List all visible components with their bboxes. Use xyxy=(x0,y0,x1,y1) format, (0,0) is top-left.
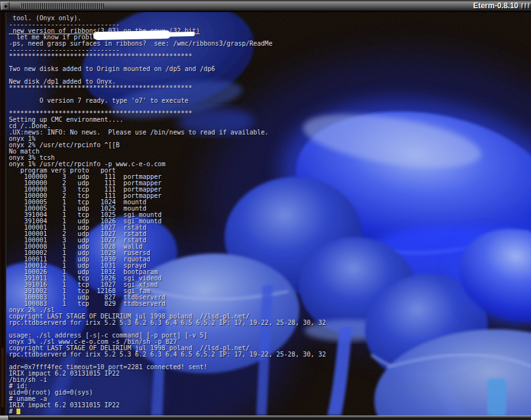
terminal-screen[interactable]: tool. (Onyx only).----------------------… xyxy=(6,12,531,416)
terminal-line: IRIX impact 6.2 03131015 IP22 xyxy=(9,402,326,409)
terminal-line: .UX:news: INFO: No news. Please use /bin… xyxy=(9,129,326,136)
terminal-line: # xyxy=(9,409,326,415)
text-cursor xyxy=(16,409,20,414)
scrollbar[interactable] xyxy=(0,12,6,416)
redacted-scribble xyxy=(93,30,171,41)
iconify-button[interactable] xyxy=(521,3,524,9)
terminal-line: Two new disks added to Origin mounted on… xyxy=(9,66,326,72)
terminal-output: tool. (Onyx only).----------------------… xyxy=(6,12,326,415)
maximize-button[interactable] xyxy=(525,3,527,9)
terminal-line: /bin/sh -i xyxy=(9,377,326,383)
terminal-line: No match xyxy=(9,148,326,155)
close-button[interactable] xyxy=(528,3,530,9)
terminal-line: ****************************************… xyxy=(9,53,326,60)
terminal-line: 100083 1 tcp 829 ttdbserverd xyxy=(9,301,326,307)
terminal-line: rpc.ttdbserverd for irix 5.2 5.3 6.2 6.3… xyxy=(9,320,326,326)
resize-corner[interactable] xyxy=(0,416,9,420)
terminal-line: onyx 2% /usr/etc/rpcinfo ^[[B xyxy=(9,142,326,148)
titlebar[interactable]: Eterm-0.8.10 xyxy=(0,0,531,12)
terminal-line: Setting up CMC environment.... xyxy=(9,117,326,123)
window-title: Eterm-0.8.10 xyxy=(473,0,518,12)
window-bottom-border xyxy=(0,416,531,420)
titlebar-grip[interactable] xyxy=(20,3,104,9)
window-menu-button[interactable] xyxy=(1,2,10,10)
terminal-line: rpc.ttdbserverd for irix 5.2 5.3 6.2 6.3… xyxy=(9,351,326,358)
scrollbar-thumb[interactable] xyxy=(1,347,5,408)
terminal-line: uid=0(root) gid=0(sys) xyxy=(9,390,326,396)
terminal-line: IRIX impact 6.2 03131015 IP22 xyxy=(9,371,326,377)
titlebar-controls xyxy=(521,3,530,9)
window-menu-icon xyxy=(4,4,8,8)
eterm-window: Eterm-0.8.10 xyxy=(0,0,531,420)
terminal-line: O version 7 ready. type 'o7' to execute xyxy=(9,98,326,104)
terminal-line: ****************************************… xyxy=(9,85,326,91)
